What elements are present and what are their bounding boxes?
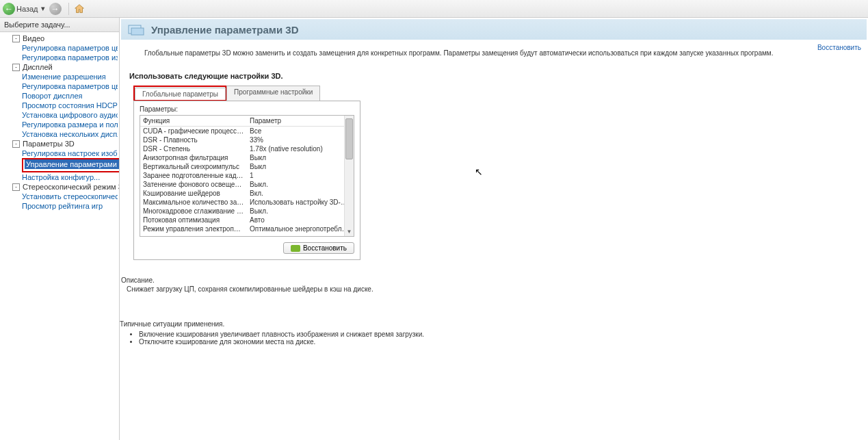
list-item: Включение кэширования увеличивает плавно… <box>139 331 868 338</box>
tree-link[interactable]: Регулировка параметров цвета для вид <box>21 43 119 53</box>
restore-defaults-link[interactable]: Восстановить <box>817 44 861 51</box>
table-row[interactable]: DSR - Степень1.78x (native resolution) <box>140 144 354 153</box>
tree-link[interactable]: Установить стереоскопический режим 3 <box>21 192 119 201</box>
tab-program[interactable]: Программные настройки <box>226 86 320 101</box>
table-row[interactable]: Максимальное количество заранее под...Ис… <box>140 198 354 207</box>
collapse-icon[interactable]: - <box>12 140 20 148</box>
home-icon <box>73 3 86 15</box>
table-row[interactable]: Заранее подготовленные кадры вирту...1 <box>140 171 354 180</box>
nav-tree: - Видео Регулировка параметров цвета для… <box>0 32 119 212</box>
tree-category-params3d[interactable]: - Параметры 3D <box>11 139 119 148</box>
back-button[interactable]: ← Назад ▾ <box>3 3 47 15</box>
sidebar-header: Выберите задачу... <box>0 18 119 32</box>
tree-link[interactable]: Просмотр состояния HDCP <box>21 101 119 110</box>
table-row[interactable]: DSR - Плавность33% <box>140 135 354 144</box>
collapse-icon[interactable]: - <box>12 35 20 42</box>
table-row[interactable]: Многокадровое сглаживание (MFAA)Выкл. <box>140 207 354 216</box>
params-label: Параметры: <box>140 105 354 113</box>
page-description: Глобальные параметры 3D можно заменить и… <box>144 49 854 57</box>
desc-heading: Описание. <box>121 276 868 284</box>
home-button[interactable] <box>73 3 86 15</box>
svg-rect-2 <box>131 28 144 35</box>
section-title: Использовать следующие настройки 3D. <box>129 72 868 80</box>
scroll-down-icon[interactable]: ▼ <box>345 227 354 236</box>
back-label: Назад <box>16 5 38 13</box>
list-item: Отключите кэширование для экономии места… <box>139 338 868 346</box>
col-function[interactable]: Функция <box>140 116 247 127</box>
col-parameter[interactable]: Параметр <box>247 116 354 127</box>
category-label: Дисплей <box>23 62 53 72</box>
toolbar: ← Назад ▾ → <box>0 0 868 18</box>
table-row[interactable]: CUDA - графические процессорыВсе <box>140 127 354 136</box>
desc-body: Снижает загрузку ЦП, сохраняя скомпилиро… <box>127 285 868 293</box>
tree-category-display[interactable]: - Дисплей <box>11 62 119 72</box>
settings-tabs: Глобальные параметры Программные настрой… <box>133 86 868 101</box>
table-row[interactable]: Вертикальный синхроимпульсВыкл <box>140 162 354 171</box>
back-arrow-icon: ← <box>3 3 15 15</box>
tree-category-stereo[interactable]: - Стереоскопический режим 3D <box>11 182 119 192</box>
table-row[interactable]: Режим управления электропитаниемОптималь… <box>140 224 354 233</box>
tab-global[interactable]: Глобальные параметры <box>135 88 226 100</box>
nvidia-icon <box>291 245 300 252</box>
tree-link[interactable]: Поворот дисплея <box>21 91 119 101</box>
tree-link[interactable]: Регулировка настроек изображения с пр <box>21 148 119 158</box>
tree-category-video[interactable]: - Видео <box>11 34 119 43</box>
settings-panel: Параметры: Функция Параметр CUDA - графи… <box>133 101 360 260</box>
table-row[interactable]: Анизотропная фильтрацияВыкл <box>140 153 354 162</box>
page-title: Управление параметрами 3D <box>151 24 298 36</box>
table-row[interactable]: Потоковая оптимизацияАвто <box>140 216 354 224</box>
params-table-container: Функция Параметр CUDA - графические проц… <box>140 115 354 237</box>
collapse-icon[interactable]: - <box>12 64 20 71</box>
forward-arrow-icon: → <box>49 3 62 15</box>
table-scrollbar[interactable]: ▲ ▼ <box>344 116 354 236</box>
toolbar-separator <box>68 3 69 15</box>
tree-link[interactable]: Изменение разрешения <box>21 72 119 81</box>
page-header-icon <box>128 23 146 36</box>
tree-link[interactable]: Регулировка параметров изображения д <box>21 53 119 62</box>
table-row[interactable]: Кэширование шейдеровВкл. <box>140 189 354 198</box>
params-table[interactable]: Функция Параметр CUDA - графические проц… <box>140 116 354 233</box>
situations-section: Типичные ситуации применения. Включение … <box>120 320 868 346</box>
tree-link[interactable]: Просмотр рейтинга игр <box>21 201 119 211</box>
svg-marker-0 <box>75 4 83 12</box>
forward-button[interactable]: → <box>49 3 62 15</box>
scroll-thumb[interactable] <box>345 118 353 159</box>
collapse-icon[interactable]: - <box>12 183 20 191</box>
restore-button[interactable]: Восстановить <box>283 242 354 254</box>
tree-link[interactable]: Регулировка параметров цвета рабочег <box>21 81 119 91</box>
sidebar: Выберите задачу... - Видео Регулировка п… <box>0 18 120 440</box>
tree-link[interactable]: Установка нескольких дисплеев <box>21 129 119 139</box>
category-label: Стереоскопический режим 3D <box>23 182 120 192</box>
restore-button-label: Восстановить <box>303 244 347 252</box>
content-area: Управление параметрами 3D Восстановить Г… <box>120 18 868 440</box>
description-section: Описание. Снижает загрузку ЦП, сохраняя … <box>120 276 868 293</box>
category-label: Параметры 3D <box>23 139 75 148</box>
tree-link[interactable]: Управление параметрами 3D <box>21 158 119 172</box>
mouse-cursor-icon: ↖ <box>475 166 483 177</box>
back-dropdown-icon: ▾ <box>41 4 45 13</box>
page-header: Управление параметрами 3D <box>121 19 867 40</box>
tree-link[interactable]: Регулировка размера и положения рабо <box>21 120 119 129</box>
tree-link[interactable]: Установка цифрового аудио <box>21 110 119 120</box>
situations-heading: Типичные ситуации применения. <box>120 320 868 328</box>
category-label: Видео <box>23 34 44 43</box>
tree-link[interactable]: Настройка конфигур... <box>21 172 119 182</box>
table-row[interactable]: Затенение фонового освещенияВыкл. <box>140 180 354 189</box>
